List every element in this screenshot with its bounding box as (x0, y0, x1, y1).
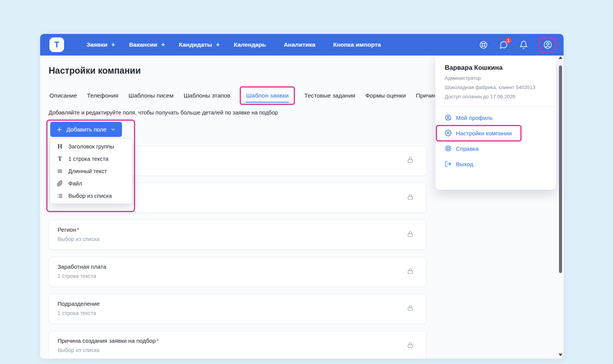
lock-icon (407, 194, 414, 202)
field-title: Причина создания заявки на подбор (58, 337, 156, 344)
menu-item-logout[interactable]: Выход (435, 156, 556, 172)
user-dropdown-panel: Варвара Кошкина Администратор Шоколадная… (435, 56, 556, 190)
dropdown-item-file[interactable]: Файл (50, 177, 132, 190)
user-company: Шоколадная фабрика, клиент 5403513 (445, 84, 547, 90)
field-title: Регион (58, 226, 76, 233)
scroll-down-arrow-icon[interactable] (559, 354, 562, 356)
required-mark: * (77, 226, 79, 233)
field-card-department[interactable]: Подразделение 1 строка текста (49, 294, 427, 324)
nav-item-label: Кнопка импорта (333, 41, 381, 48)
nav-item-import-button[interactable]: Кнопка импорта (333, 41, 385, 48)
group-heading-icon: H (56, 143, 63, 150)
user-name: Варвара Кошкина (445, 64, 547, 72)
list-select-icon (56, 193, 63, 199)
dropdown-item-group-heading[interactable]: H Заголовок группы (50, 140, 132, 153)
menu-item-my-profile[interactable]: Мой профиль (435, 110, 556, 125)
plus-icon[interactable]: + (161, 41, 165, 49)
user-access-note: Доступ оплачен до 17.06.2026 (445, 94, 547, 99)
tab-stage-templates[interactable]: Шаблоны этапов (183, 89, 231, 103)
menu-item-label: Настройки компании (456, 130, 512, 136)
menu-item-label: Выход (456, 161, 473, 167)
single-line-text-icon: T (56, 156, 63, 162)
logo-letter: T (54, 40, 59, 50)
lock-icon (407, 268, 414, 276)
profile-icon[interactable] (543, 40, 552, 49)
dropdown-item-label: 1 строка текста (68, 156, 108, 162)
top-navbar: T Заявки + Вакансии + Кандидаты + Календ… (40, 34, 564, 56)
nav-item-candidates[interactable]: Кандидаты + (179, 41, 220, 49)
nav-item-vacancies[interactable]: Вакансии + (129, 41, 165, 49)
required-mark: * (156, 337, 159, 344)
scroll-up-arrow-icon[interactable] (559, 56, 562, 59)
tab-test-tasks[interactable]: Тестовые задания (303, 89, 356, 103)
tab-telephony[interactable]: Телефония (86, 89, 119, 103)
lock-icon (407, 342, 414, 350)
nav-item-label: Вакансии (129, 41, 157, 48)
plus-icon (56, 126, 63, 133)
lock-icon (407, 157, 414, 165)
dropdown-item-single-line-text[interactable]: T 1 строка текста (50, 153, 132, 165)
field-title: Подразделение (58, 300, 100, 307)
settings-tabs: Описание Телефония Шаблоны писем Шаблоны… (49, 86, 464, 105)
tab-description[interactable]: Описание (49, 89, 78, 103)
field-card-salary[interactable]: Заработная плата 1 строка текста (49, 257, 427, 287)
field-type: Выбор из списка (58, 347, 399, 353)
user-menu: Мой профиль Настройки компании Справка (435, 107, 556, 177)
field-card-request-reason[interactable]: Причина создания заявки на подбор* Выбор… (49, 331, 427, 359)
nav-item-label: Аналитика (284, 41, 315, 48)
page-title: Настройки компании (49, 66, 141, 76)
logout-icon (445, 160, 452, 167)
nav-item-label: Заявки (86, 41, 107, 48)
lock-icon (407, 231, 414, 239)
user-panel-header: Варвара Кошкина Администратор Шоколадная… (435, 56, 556, 101)
dropdown-item-label: Файл (68, 180, 82, 187)
notification-badge: 1 (505, 37, 511, 44)
tab-letter-templates[interactable]: Шаблоны писем (128, 89, 174, 103)
nav-item-analytics[interactable]: Аналитика (284, 41, 319, 48)
long-text-icon (56, 168, 63, 174)
field-card-region[interactable]: Регион* Выбор из списка (49, 220, 427, 250)
plus-icon[interactable]: + (111, 41, 115, 49)
menu-item-company-settings[interactable]: Настройки компании (435, 125, 556, 141)
bell-icon[interactable] (519, 40, 528, 49)
profile-icon-highlight-box (539, 37, 557, 52)
add-field-dropdown: H Заголовок группы T 1 строка текста Дли… (50, 139, 132, 204)
add-field-button[interactable]: Добавить поле (50, 122, 122, 137)
lock-icon (407, 305, 414, 313)
nav-item-calendar[interactable]: Календарь (234, 41, 270, 48)
dropdown-item-list-select[interactable]: Выбор из списка (50, 190, 132, 202)
tab-evaluation-forms[interactable]: Формы оценки (364, 89, 406, 103)
menu-item-label: Справка (456, 145, 479, 152)
active-tab-highlight-box: Шаблон заявки (240, 86, 295, 105)
menu-item-help[interactable]: Справка (435, 141, 556, 156)
field-type: 1 строка текста (58, 310, 399, 316)
scrollbar-thumb[interactable] (559, 66, 562, 273)
help-icon[interactable] (479, 40, 488, 49)
nav-menu: Заявки + Вакансии + Кандидаты + Календар… (86, 41, 385, 49)
attachment-icon (56, 180, 63, 187)
nav-item-label: Календарь (234, 41, 266, 48)
navbar-icons: 1 (479, 37, 557, 52)
dropdown-item-label: Заголовок группы (68, 143, 114, 150)
nav-item-label: Кандидаты (179, 41, 212, 48)
app-window: T Заявки + Вакансии + Кандидаты + Календ… (40, 34, 564, 359)
tab-request-template[interactable]: Шаблон заявки (246, 89, 290, 103)
profile-icon (445, 114, 452, 121)
dropdown-item-long-text[interactable]: Длинный текст (50, 165, 132, 177)
chevron-down-icon (110, 127, 116, 132)
user-role: Администратор (445, 75, 547, 81)
dropdown-item-label: Длинный текст (68, 168, 107, 174)
page-description: Добавляйте и редактируйте поля, чтобы по… (49, 110, 278, 116)
field-type: Выбор из списка (58, 236, 399, 242)
nav-item-requests[interactable]: Заявки + (86, 41, 115, 49)
field-title: Заработная плата (58, 263, 106, 270)
menu-item-label: Мой профиль (456, 115, 493, 121)
chat-icon[interactable]: 1 (499, 40, 508, 49)
plus-icon[interactable]: + (216, 41, 220, 49)
add-field-button-label: Добавить поле (66, 126, 107, 133)
app-logo[interactable]: T (49, 37, 64, 52)
vertical-scrollbar (558, 56, 563, 356)
dropdown-item-label: Выбор из списка (68, 193, 112, 199)
help-icon (445, 145, 452, 152)
gear-icon (445, 130, 452, 136)
